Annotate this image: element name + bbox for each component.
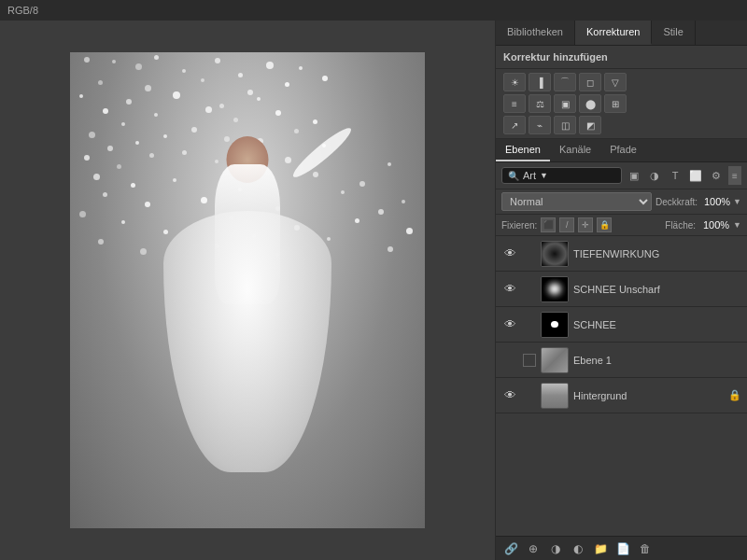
invert-icon[interactable]: ⌁ (529, 116, 551, 134)
delete-layer-icon[interactable]: 🗑 (636, 540, 655, 557)
brightness-icon[interactable]: ☀ (503, 73, 526, 91)
tab-bibliotheken[interactable]: Bibliotheken (496, 21, 575, 45)
thumb-ebene1 (541, 347, 569, 373)
tab-stile[interactable]: Stile (652, 21, 695, 45)
correction-row-2: ≡ ⚖ ▣ ⬤ ⊞ (503, 94, 740, 113)
group-icon[interactable]: 📁 (591, 540, 610, 557)
link-layers-icon[interactable]: 🔗 (501, 540, 520, 557)
layer-row-schnee-unscharf[interactable]: 👁SCHNEE Unscharf (496, 272, 747, 307)
tab-kanaele[interactable]: Kanäle (550, 139, 600, 161)
layer-style-icon[interactable]: ⊕ (524, 540, 543, 557)
threshold-icon[interactable]: ◩ (579, 116, 601, 134)
fill-arrow[interactable]: ▼ (733, 220, 741, 230)
canvas-area (0, 21, 495, 560)
fill-value: 100% (699, 219, 729, 231)
file-info: RGB/8 (7, 5, 38, 16)
fix-all-icon[interactable]: 🔒 (597, 217, 612, 232)
type-icon[interactable]: T (667, 167, 684, 184)
opacity-label: Deckkraft: (655, 197, 698, 207)
filter-arrow: ▼ (540, 171, 548, 180)
correction-row-1: ☀ ▐ ⌒ ◻ ▽ (503, 73, 740, 91)
adjustment-layer-icon[interactable]: ◐ (569, 540, 587, 557)
shape-icon[interactable]: ⬜ (687, 167, 704, 184)
layer-panel-tabs: Ebenen Kanäle Pfade (496, 139, 747, 162)
checkbox-ebene1[interactable] (523, 354, 536, 367)
layer-name-hintergrund: Hintergrund (573, 390, 724, 401)
main-layout: Bibliotheken Korrekturen Stile Korrektur… (0, 21, 747, 560)
thumb-hintergrund (541, 383, 569, 409)
layer-row-schnee[interactable]: 👁SCHNEE (496, 307, 747, 343)
levels-icon[interactable]: ▐ (529, 73, 551, 91)
new-layer-icon[interactable]: 📄 (613, 540, 632, 557)
exposure-icon[interactable]: ◻ (579, 73, 601, 91)
search-icon: 🔍 (508, 171, 519, 181)
layers-list: 👁TIEFENWIRKUNG👁SCHNEE Unscharf👁SCHNEEEbe… (496, 236, 747, 536)
thumb-schnee-unscharf (541, 276, 569, 302)
tab-ebenen[interactable]: Ebenen (496, 139, 550, 161)
fix-brush-icon[interactable]: / (559, 217, 574, 232)
layer-name-schnee-unscharf: SCHNEE Unscharf (573, 284, 741, 295)
correction-row-3: ↗ ⌁ ◫ ◩ (503, 116, 740, 134)
layer-name-ebene1: Ebene 1 (573, 355, 741, 366)
curves-icon[interactable]: ⌒ (554, 73, 576, 91)
layer-name-schnee: SCHNEE (573, 319, 741, 330)
canvas-image (70, 52, 425, 528)
visibility-tiefenwirkung[interactable]: 👁 (501, 246, 518, 260)
figure-dress (163, 211, 331, 472)
correction-icons: ☀ ▐ ⌒ ◻ ▽ ≡ ⚖ ▣ ⬤ ⊞ ↗ ⌁ ◫ ◩ (496, 69, 747, 139)
panel-menu-button[interactable]: ≡ (728, 166, 741, 185)
visibility-hintergrund[interactable]: 👁 (501, 388, 518, 402)
fix-lock-icon[interactable]: ⬛ (541, 217, 556, 232)
blend-mode-select[interactable]: Normal (501, 192, 652, 211)
opacity-arrow[interactable]: ▼ (733, 197, 741, 206)
opacity-row: Deckkraft: 100% ▼ (655, 196, 741, 207)
colorbalance-icon[interactable]: ⚖ (529, 94, 551, 113)
hsl-icon[interactable]: ≡ (503, 94, 526, 113)
lock-icon-hintergrund: 🔒 (728, 389, 741, 401)
pixel-icon[interactable]: ▣ (626, 167, 642, 184)
layer-mask-icon[interactable]: ◑ (546, 540, 565, 557)
panel-tabs: Bibliotheken Korrekturen Stile (496, 21, 747, 46)
fix-move-icon[interactable]: ✛ (578, 217, 593, 232)
top-bar: RGB/8 (0, 0, 747, 21)
photofilter-icon[interactable]: ⬤ (579, 94, 601, 113)
adjust-icon[interactable]: ◑ (646, 167, 663, 184)
figure (154, 118, 341, 472)
layer-row-hintergrund[interactable]: 👁Hintergrund🔒 (496, 378, 747, 413)
posterize-icon[interactable]: ◫ (554, 116, 576, 134)
fix-row: Fixieren: ⬛ / ✛ 🔒 Fläche: 100% ▼ (496, 215, 747, 236)
bw-icon[interactable]: ▣ (554, 94, 576, 113)
blend-mode-row: Normal Deckkraft: 100% ▼ (496, 189, 747, 215)
layer-bottom: 🔗 ⊕ ◑ ◐ 📁 📄 🗑 (496, 536, 747, 560)
tab-korrekturen[interactable]: Korrekturen (575, 21, 652, 45)
layer-name-tiefenwirkung: TIEFENWIRKUNG (573, 248, 741, 259)
visibility-schnee[interactable]: 👁 (501, 317, 518, 331)
fix-label: Fixieren: (501, 220, 537, 231)
visibility-schnee-unscharf[interactable]: 👁 (501, 282, 518, 296)
tab-pfade[interactable]: Pfade (600, 139, 646, 161)
layer-filter-input[interactable]: 🔍 Art ▼ (501, 167, 622, 184)
vibrance-icon[interactable]: ▽ (604, 73, 627, 91)
colorlookup-icon[interactable]: ↗ (503, 116, 526, 134)
corrections-header: Korrektur hinzufügen (496, 46, 747, 69)
opacity-value: 100% (700, 196, 730, 207)
thumb-tiefenwirkung (541, 241, 569, 267)
layer-row-ebene1[interactable]: Ebene 1 (496, 343, 747, 378)
right-panel: Bibliotheken Korrekturen Stile Korrektur… (495, 21, 747, 560)
channelmix-icon[interactable]: ⊞ (604, 94, 627, 113)
filter-type: Art (523, 170, 536, 181)
layer-row-tiefenwirkung[interactable]: 👁TIEFENWIRKUNG (496, 236, 747, 272)
layer-controls: 🔍 Art ▼ ▣ ◑ T ⬜ ⚙ ≡ (496, 162, 747, 189)
smart-icon[interactable]: ⚙ (708, 167, 725, 184)
thumb-schnee (541, 312, 569, 338)
fill-label: Fläche: (665, 220, 696, 231)
